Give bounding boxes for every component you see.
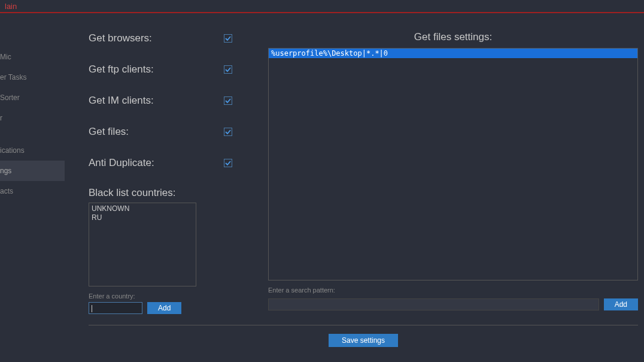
sidebar: Mic er Tasks Sorter r ications ngs acts [0,13,65,362]
label-get-browsers: Get browsers: [89,32,152,44]
check-icon [225,35,231,41]
label-get-im: Get IM clients: [89,95,154,107]
sidebar-item-r[interactable]: r [0,108,65,128]
checkbox-get-ftp[interactable] [224,65,232,74]
checkbox-get-browsers[interactable] [224,34,232,43]
row-get-ftp: Get ftp clients: [89,62,232,77]
save-settings-button[interactable]: Save settings [329,334,398,347]
check-icon [225,67,231,73]
blacklist-heading: Black list countries: [89,187,232,199]
pattern-input-label: Enter a search pattern: [268,286,638,294]
right-column: Get files settings: %userprofile%\Deskto… [268,31,638,314]
titlebar: lain [0,0,644,13]
country-input-label: Enter a country: [89,292,232,300]
sidebar-item-acts[interactable]: acts [0,181,65,201]
divider [89,325,638,325]
sidebar-item-mic[interactable]: Mic [0,47,65,67]
add-pattern-button[interactable]: Add [604,298,638,310]
row-get-browsers: Get browsers: [89,31,232,46]
country-input[interactable] [89,302,142,314]
blacklist-listbox[interactable]: UNKNOWN RU [89,203,196,286]
check-icon [225,129,231,135]
sidebar-item-ications[interactable]: ications [0,140,65,161]
label-get-files: Get files: [89,126,129,138]
row-anti-duplicate: Anti Duplicate: [89,156,232,170]
check-icon [225,98,231,104]
add-country-button[interactable]: Add [147,302,181,314]
blacklist-item[interactable]: RU [92,213,193,222]
sidebar-item-tasks[interactable]: er Tasks [0,67,65,88]
label-anti-duplicate: Anti Duplicate: [89,157,154,169]
main-panel: Get browsers: Get ftp clients: Get IM cl… [65,13,644,362]
checkbox-get-im[interactable] [224,96,232,105]
checkbox-anti-duplicate[interactable] [224,159,232,167]
check-icon [225,160,231,166]
sidebar-item-settings[interactable]: ngs [0,161,65,181]
files-heading: Get files settings: [268,31,638,43]
label-get-ftp: Get ftp clients: [89,64,154,76]
files-line[interactable]: %userprofile%\Desktop|*.*|0 [269,49,637,58]
row-get-files: Get files: [89,125,232,139]
sidebar-item-sorter[interactable]: Sorter [0,88,65,108]
blacklist-item[interactable]: UNKNOWN [92,204,193,213]
files-listbox[interactable]: %userprofile%\Desktop|*.*|0 [268,48,638,280]
content: Mic er Tasks Sorter r ications ngs acts … [0,13,644,362]
window-title: lain [5,2,17,11]
row-get-im: Get IM clients: [89,93,232,108]
left-column: Get browsers: Get ftp clients: Get IM cl… [89,31,232,314]
pattern-input[interactable] [268,298,599,310]
text-cursor-icon [92,305,92,312]
checkbox-get-files[interactable] [224,128,232,136]
